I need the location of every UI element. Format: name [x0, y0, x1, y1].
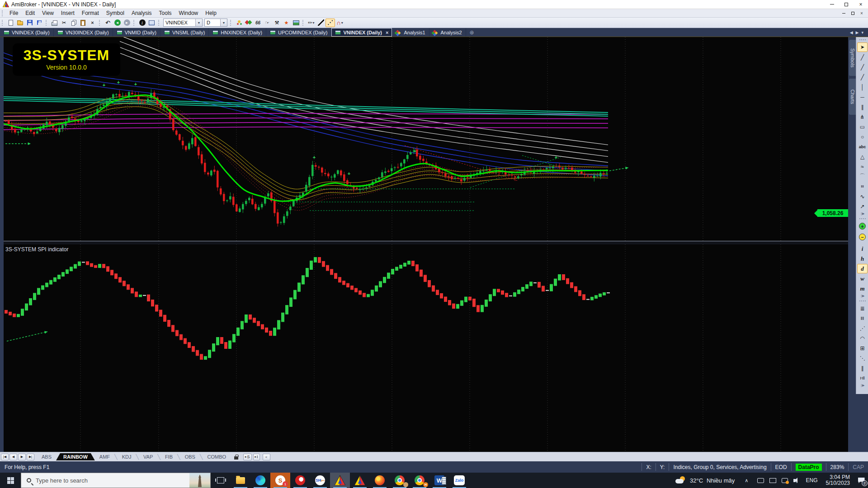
menu-item-view[interactable]: View — [38, 9, 57, 17]
sheet-tab-amf[interactable]: AMF — [95, 453, 114, 460]
menu-item-tools[interactable]: Tools — [156, 9, 175, 17]
print-button[interactable] — [50, 19, 59, 27]
paste-button[interactable] — [78, 19, 88, 27]
taskbar-chrome-h[interactable]: H — [410, 473, 429, 488]
tab-close-icon[interactable]: × — [386, 30, 388, 35]
sheet-tab-fib[interactable]: FIB — [160, 453, 177, 460]
open-button[interactable] — [15, 19, 25, 27]
toolbar-expand-icon[interactable]: ∣▶ — [858, 383, 867, 387]
tab-scroll-right-icon[interactable]: ▶ — [856, 30, 859, 35]
menu-item-window[interactable]: Window — [175, 9, 202, 17]
sheet-tab-kdj[interactable]: KDJ — [118, 453, 136, 460]
sheet-tab-obs[interactable]: OBS — [180, 453, 200, 460]
taskbar-app-sh[interactable]: SHpro — [310, 473, 330, 488]
channel-tool-button[interactable]: ∥ — [857, 363, 868, 373]
doc-tab-vnindex-daily-[interactable]: VNINDEX (Daily) — [0, 28, 54, 37]
sheet-tab-vap[interactable]: VAP — [139, 453, 157, 460]
sheet-tab-abs[interactable]: ABS — [37, 453, 56, 460]
fib-retracement-tool-button[interactable]: ≣ — [857, 304, 868, 313]
panel-splitter[interactable] — [4, 241, 848, 244]
arrow-tool-button[interactable]: ↗ — [857, 202, 868, 211]
sheet-first-button[interactable]: |◀ — [1, 454, 9, 460]
insert-section-i-button[interactable]: ▸I — [253, 454, 260, 460]
taskbar-amibroker-2[interactable] — [350, 473, 370, 488]
taskbar-zalo[interactable]: Zalo — [449, 473, 469, 488]
pencil-tool-button[interactable]: ✏▾ — [307, 19, 316, 27]
language-indicator[interactable]: ENG — [802, 477, 821, 483]
doc-tab-vnsml-daily-[interactable]: VNSML (Daily) — [160, 28, 209, 37]
zigzag-tool-button[interactable]: ∿ — [857, 192, 868, 201]
doc-tab-vnindex-daily--active[interactable]: VNINDEX (Daily)× — [331, 28, 392, 37]
new-button[interactable] — [6, 19, 15, 27]
cut-button[interactable]: ✂ — [59, 19, 69, 27]
minimize-button[interactable] — [825, 0, 839, 9]
trendline-tool-button[interactable]: ╱ — [857, 52, 868, 62]
tray-expand-icon[interactable]: ∧ — [740, 478, 753, 483]
vertical-line-tool-button[interactable]: │ — [857, 82, 868, 92]
doc-tab-vnmid-daily-[interactable]: VNMID (Daily) — [113, 28, 160, 37]
interval-d-tool-button[interactable]: d — [857, 264, 868, 273]
lock-icon[interactable] — [234, 456, 238, 460]
interval-m-tool-button[interactable]: m — [857, 284, 868, 293]
menu-item-insert[interactable]: Insert — [57, 9, 78, 17]
doc-tab-hnxindex-daily-[interactable]: HNXINDEX (Daily) — [209, 28, 266, 37]
notification-center-button[interactable]: 2 — [854, 473, 868, 488]
search-box[interactable]: Type here to search — [21, 473, 211, 488]
ray-tool-button[interactable]: ╱ — [857, 62, 868, 72]
select-tool-button[interactable]: ➤ — [857, 42, 868, 52]
pitchfork-tool-button[interactable]: ⋔ — [857, 112, 868, 122]
fib-time-zones-tool-button[interactable]: ‖‖ — [857, 314, 868, 323]
gann-fan-tool-button[interactable]: ⋱ — [857, 353, 868, 363]
tab-scroll-left-icon[interactable]: ◀ — [850, 30, 853, 35]
symbol-info-button[interactable]: i — [137, 19, 147, 27]
insert-section-s-button[interactable]: ▸S — [243, 454, 252, 460]
sheet-scroll-left-button[interactable]: < — [263, 454, 270, 460]
menu-item-format[interactable]: Format — [78, 9, 103, 17]
mdi-minimize-button[interactable] — [839, 9, 848, 17]
ellipse-tool-button[interactable]: ○ — [857, 132, 868, 141]
save-all-button[interactable] — [34, 19, 44, 27]
triangle-tool-button[interactable]: △ — [857, 152, 868, 161]
tools-button[interactable]: ⚒ — [272, 19, 282, 27]
image-button[interactable] — [291, 19, 301, 27]
gann-grid-tool-button[interactable]: ⊞ — [857, 343, 868, 353]
sheet-prev-button[interactable]: ◀ — [9, 454, 17, 460]
search-daily-image[interactable] — [189, 473, 210, 488]
taskbar-app-red-circle[interactable] — [290, 473, 310, 488]
glasses-button[interactable]: 66 — [253, 19, 263, 27]
sheet-tab-rainbow[interactable]: RAINBOW — [56, 453, 95, 460]
start-button[interactable] — [0, 473, 21, 488]
interval-w-tool-button[interactable]: w — [857, 274, 868, 283]
restore-button[interactable] — [839, 0, 854, 9]
interval-combo-dropdown[interactable]: ▼ — [220, 19, 227, 26]
update-tray-icon[interactable] — [782, 478, 788, 483]
doc-tab-vn30index-daily-[interactable]: VN30INDEX (Daily) — [54, 28, 113, 37]
rectangle-tool-button[interactable]: ▭ — [857, 122, 868, 131]
touch-keyboard-icon[interactable] — [757, 478, 764, 483]
taskbar-chrome[interactable] — [390, 473, 410, 488]
new-tab-icon[interactable]: ⊕ — [470, 29, 474, 36]
taskbar-edge[interactable] — [250, 473, 270, 488]
toolbar-expand-icon[interactable]: ∣▶ — [858, 294, 867, 298]
sidebar-tab-charts[interactable]: Charts — [849, 79, 856, 115]
weather-widget[interactable]: 32°C Nhiều mây — [670, 476, 740, 484]
fib-arcs-tool-button[interactable]: ◠ — [857, 333, 868, 343]
close-button[interactable]: × — [854, 0, 868, 9]
delete-button[interactable]: × — [88, 19, 97, 27]
task-view-button[interactable] — [211, 473, 231, 488]
horizontal-segment-tool-button[interactable]: ─ — [857, 92, 868, 102]
line-tool-button[interactable] — [316, 19, 326, 27]
fib-fan-tool-button[interactable]: ⋰ — [857, 324, 868, 333]
mdi-restore-button[interactable] — [848, 9, 857, 17]
taskbar-file-explorer[interactable] — [231, 473, 250, 488]
tab-menu-icon[interactable]: ▾ — [861, 30, 863, 35]
cycle-lines-tool-button[interactable]: ‖‖ — [857, 182, 868, 191]
copy-button[interactable] — [69, 19, 78, 27]
parameters-button[interactable] — [234, 19, 244, 27]
text-tool-button[interactable]: abc — [857, 142, 868, 151]
zoom-in-button[interactable]: + — [857, 221, 868, 231]
cycle-bars-tool-button[interactable]: H‖ — [857, 373, 868, 383]
undo-button[interactable]: ↶ — [103, 19, 113, 27]
toolbar-expand-icon[interactable]: ∣▶ — [858, 211, 867, 216]
mdi-close-button[interactable]: × — [857, 9, 866, 17]
